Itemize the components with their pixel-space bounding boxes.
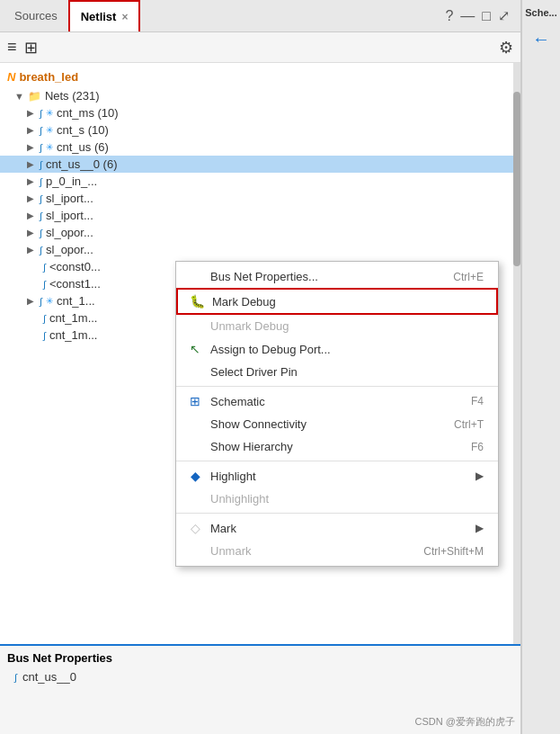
ctx-separator-1	[176, 386, 498, 387]
expand-arrow: ▶	[27, 108, 34, 118]
tree-item[interactable]: ▶ ∫ sl_opor...	[0, 224, 520, 241]
tab-netlist-close[interactable]: ×	[121, 11, 128, 23]
ctx-label-unmark-debug: Unmark Debug	[210, 319, 289, 333]
ctx-item-left: ↖ Assign to Debug Port...	[187, 342, 331, 356]
ctx-label-debug: Mark Debug	[212, 295, 276, 309]
expand-arrow: ▶	[27, 296, 34, 306]
ctx-schematic[interactable]: ⊞ Schematic F4	[176, 389, 498, 413]
ctx-select-driver[interactable]: Select Driver Pin	[176, 361, 498, 383]
ctx-show-connectivity[interactable]: Show Connectivity Ctrl+T	[176, 413, 498, 435]
ctx-item-left: Select Driver Pin	[187, 365, 298, 379]
ctx-label-unhighlight: Unhighlight	[210, 492, 269, 506]
tab-sources[interactable]: Sources	[4, 0, 68, 31]
net-icon: ∫	[40, 296, 42, 307]
star-icon: ✳	[46, 108, 53, 118]
minimize-icon[interactable]: —	[460, 8, 475, 24]
tree-item[interactable]: ▶ ∫ p_0_in_...	[0, 173, 520, 190]
watermark: CSDN @爱奔跑的虎子	[415, 715, 515, 729]
item-label: cnt_1m...	[49, 328, 97, 342]
ctx-arrow-mark: ▶	[476, 522, 484, 534]
nets-group[interactable]: ▼ 📁 Nets (231)	[0, 87, 520, 104]
net-icon: ∫	[40, 210, 42, 221]
net-icon: ∫	[40, 108, 42, 119]
expand-arrow: ▶	[27, 125, 34, 135]
item-label: cnt_ms (10)	[57, 106, 119, 120]
nets-group-label: Nets (231)	[45, 89, 100, 103]
ctx-unmark: Unmark Ctrl+Shift+M	[176, 540, 498, 562]
net-icon: ∫	[40, 228, 42, 238]
bottom-panel-title: Bus Net Properties	[7, 651, 513, 665]
item-label: cnt_s (10)	[57, 123, 109, 137]
root-label: breath_led	[19, 70, 78, 84]
tab-netlist[interactable]: Netlist ×	[68, 0, 141, 31]
net-icon: ∫	[40, 176, 42, 187]
tab-bar-icons: ? — □ ⤢	[445, 7, 517, 24]
collapse-icon[interactable]: ≡	[7, 38, 17, 57]
tree-item[interactable]: ▶ ∫ ✳ cnt_s (10)	[0, 121, 520, 139]
ctx-icon-mark: ◇	[187, 521, 203, 535]
net-icon: ∫	[43, 262, 46, 273]
ctx-separator-3	[176, 513, 498, 514]
expand-arrow: ▶	[27, 193, 34, 203]
ctx-unmark-debug: Unmark Debug	[176, 315, 498, 337]
back-arrow-icon[interactable]: ←	[532, 29, 550, 49]
ctx-item-left: Unhighlight	[187, 492, 269, 506]
item-label: sl_iport...	[46, 209, 93, 222]
tab-netlist-label: Netlist	[81, 10, 117, 23]
ctx-mark[interactable]: ◇ Mark ▶	[176, 516, 498, 540]
right-panel-title: Sche...	[523, 4, 558, 22]
tree-root: N breath_led	[0, 67, 520, 87]
toolbar: ≡ ⊞ ⚙	[0, 32, 520, 63]
ctx-label-unmark: Unmark	[210, 544, 252, 558]
net-icon: ∫	[43, 330, 46, 341]
ctx-unhighlight: Unhighlight	[176, 488, 498, 510]
ctx-label-hierarchy: Show Hierarchy	[210, 440, 293, 453]
bottom-item-label: cnt_us__0	[22, 670, 76, 684]
pin-icon[interactable]: ⊞	[24, 38, 38, 58]
ctx-shortcut-hierarchy: F6	[471, 441, 484, 453]
ctx-icon-assign: ↖	[187, 342, 203, 356]
ctx-show-hierarchy[interactable]: Show Hierarchy F6	[176, 435, 498, 458]
net-icon: ∫	[40, 159, 42, 170]
net-icon: ∫	[40, 125, 42, 136]
help-icon[interactable]: ?	[445, 8, 453, 24]
item-label: cnt_1m...	[49, 311, 97, 325]
expand-arrow: ▶	[27, 176, 34, 186]
expand-icon[interactable]: ⤢	[498, 7, 510, 24]
tree-item-selected[interactable]: ▶ ∫ cnt_us__0 (6)	[0, 156, 520, 173]
settings-icon[interactable]: ⚙	[499, 38, 513, 58]
ctx-separator-2	[176, 461, 498, 461]
ctx-item-left: Show Hierarchy	[187, 440, 293, 453]
item-label: cnt_1...	[57, 294, 95, 308]
ctx-label-driver: Select Driver Pin	[210, 365, 298, 379]
ctx-assign-debug[interactable]: ↖ Assign to Debug Port...	[176, 337, 498, 361]
item-label: sl_opor...	[46, 243, 93, 256]
item-label: cnt_us__0 (6)	[46, 157, 118, 171]
ctx-bus-net-props[interactable]: Bus Net Properties... Ctrl+E	[176, 265, 498, 288]
ctx-label-mark: Mark	[210, 522, 236, 535]
item-label: sl_iport...	[46, 192, 93, 205]
ctx-mark-debug[interactable]: 🐛 Mark Debug	[176, 288, 498, 315]
expand-arrow: ▶	[27, 159, 34, 169]
tree-item[interactable]: ▶ ∫ sl_iport...	[0, 190, 520, 207]
item-label: p_0_in_...	[46, 175, 97, 188]
expand-arrow-nets: ▼	[14, 91, 24, 102]
ctx-item-left: ⊞ Schematic	[187, 394, 265, 408]
context-menu: Bus Net Properties... Ctrl+E 🐛 Mark Debu…	[175, 261, 499, 567]
tree-item[interactable]: ▶ ∫ sl_opor...	[0, 241, 520, 258]
ctx-label-highlight: Highlight	[210, 470, 256, 483]
tree-item[interactable]: ▶ ∫ sl_iport...	[0, 207, 520, 224]
ctx-item-left: Bus Net Properties...	[187, 270, 318, 283]
star-icon: ✳	[46, 296, 53, 306]
tree-item[interactable]: ▶ ∫ ✳ cnt_us (6)	[0, 139, 520, 156]
ctx-label-connectivity: Show Connectivity	[210, 417, 307, 431]
item-label: sl_opor...	[46, 226, 93, 239]
scrollbar-track[interactable]	[513, 63, 520, 644]
tree-item[interactable]: ▶ ∫ ✳ cnt_ms (10)	[0, 104, 520, 121]
restore-icon[interactable]: □	[482, 8, 491, 24]
tab-sources-label: Sources	[14, 9, 58, 22]
ctx-highlight[interactable]: ◆ Highlight ▶	[176, 464, 498, 488]
ctx-item-left: Unmark Debug	[187, 319, 289, 333]
scrollbar-thumb[interactable]	[513, 92, 520, 266]
ctx-item-left: Show Connectivity	[187, 417, 307, 431]
